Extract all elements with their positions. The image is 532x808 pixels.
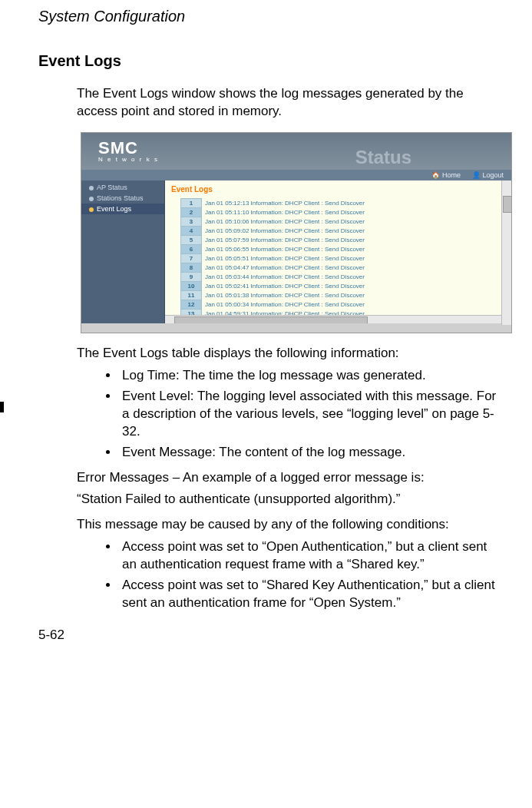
row-msg: Jan 01 05:05:51 Information: DHCP Client… — [202, 253, 368, 263]
sidebar: AP Status Stations Status Event Logs — [81, 180, 165, 323]
row-msg: Jan 01 05:11:10 Information: DHCP Client… — [202, 207, 368, 217]
row-index: 10 — [181, 281, 202, 290]
conditions-list: Access point was set to “Open Authentica… — [38, 538, 501, 612]
row-msg: Jan 01 05:03:44 Information: DHCP Client… — [202, 272, 368, 281]
list-item: Access point was set to “Shared Key Auth… — [119, 577, 501, 612]
row-msg: Jan 01 05:04:47 Information: DHCP Client… — [202, 263, 368, 272]
list-item: Event Message: The content of the log me… — [119, 444, 501, 462]
sidebar-item-event-logs[interactable]: Event Logs — [81, 204, 164, 214]
ap-body: AP Status Stations Status Event Logs Eve… — [81, 180, 511, 323]
sidebar-item-stations-status[interactable]: Stations Status — [81, 193, 164, 204]
change-bar — [0, 402, 4, 412]
panel-title: Event Logs — [165, 180, 511, 197]
table-row: 11Jan 01 05:01:38 Information: DHCP Clie… — [181, 290, 368, 300]
row-msg: Jan 01 05:07:59 Information: DHCP Client… — [202, 235, 368, 244]
screenshot-figure: SMC N e t w o r k s Status 🏠 Home 👤 Logo… — [81, 132, 512, 333]
row-index: 6 — [181, 244, 202, 253]
table-fields-intro: The Event Logs table displays the follow… — [77, 345, 501, 363]
table-row: 1Jan 01 05:12:13 Information: DHCP Clien… — [181, 198, 368, 207]
row-index: 2 — [181, 207, 202, 217]
row-index: 1 — [181, 198, 202, 207]
top-nav-bar: 🏠 Home 👤 Logout — [81, 170, 511, 180]
row-msg: Jan 01 05:06:55 Information: DHCP Client… — [202, 244, 368, 253]
table-row: 5Jan 01 05:07:59 Information: DHCP Clien… — [181, 235, 368, 244]
v-scrollbar-thumb[interactable] — [503, 196, 512, 213]
v-scrollbar[interactable] — [501, 180, 511, 325]
section-title: Event Logs — [38, 52, 501, 70]
row-index: 5 — [181, 235, 202, 244]
sidebar-item-ap-status[interactable]: AP Status — [81, 182, 164, 193]
logo-sub-text: N e t w o r k s — [98, 156, 159, 163]
h-scrollbar-thumb[interactable] — [174, 316, 368, 323]
page-number: 5-62 — [38, 628, 501, 643]
h-scrollbar[interactable] — [165, 315, 502, 323]
row-index: 7 — [181, 253, 202, 263]
list-item: Log Time: The time the log message was g… — [119, 367, 501, 385]
table-row: 10Jan 01 05:02:41 Information: DHCP Clie… — [181, 281, 368, 290]
bullet-icon — [89, 207, 94, 212]
row-msg: Jan 01 05:01:38 Information: DHCP Client… — [202, 290, 368, 300]
table-row: 7Jan 01 05:05:51 Information: DHCP Clien… — [181, 253, 368, 263]
row-msg: Jan 01 05:00:34 Information: DHCP Client… — [202, 300, 368, 309]
bullet-icon — [89, 186, 94, 190]
table-row: 6Jan 01 05:06:55 Information: DHCP Clien… — [181, 244, 368, 253]
table-row: 4Jan 01 05:09:02 Information: DHCP Clien… — [181, 226, 368, 235]
main-panel: Event Logs 1Jan 01 05:12:13 Information:… — [165, 180, 511, 323]
row-msg: Jan 01 05:02:41 Information: DHCP Client… — [202, 281, 368, 290]
header-status-word: Status — [355, 147, 411, 168]
table-row: 3Jan 01 05:10:06 Information: DHCP Clien… — [181, 217, 368, 226]
nav-logout-link[interactable]: 👤 Logout — [472, 171, 504, 179]
intro-paragraph: The Event Logs window shows the log mess… — [77, 85, 501, 121]
table-row: 2Jan 01 05:11:10 Information: DHCP Clien… — [181, 207, 368, 217]
field-list: Log Time: The time the log message was g… — [38, 367, 501, 462]
row-index: 9 — [181, 272, 202, 281]
table-row: 9Jan 01 05:03:44 Information: DHCP Clien… — [181, 272, 368, 281]
conditions-intro: This message may be caused by any of the… — [77, 516, 501, 534]
list-item: Access point was set to “Open Authentica… — [119, 538, 501, 574]
row-index: 4 — [181, 226, 202, 235]
row-index: 3 — [181, 217, 202, 226]
row-msg: Jan 01 05:12:13 Information: DHCP Client… — [202, 198, 368, 207]
smc-logo: SMC N e t w o r k s — [98, 141, 159, 163]
row-index: 8 — [181, 263, 202, 272]
row-index: 11 — [181, 290, 202, 300]
logo-main-text: SMC — [98, 141, 159, 156]
row-msg: Jan 01 05:10:06 Information: DHCP Client… — [202, 217, 368, 226]
ap-header: SMC N e t w o r k s Status 🏠 Home 👤 Logo… — [81, 133, 511, 180]
error-intro: Error Messages – An example of a logged … — [77, 469, 501, 487]
table-row: 8Jan 01 05:04:47 Information: DHCP Clien… — [181, 263, 368, 272]
nav-home-link[interactable]: 🏠 Home — [431, 171, 461, 179]
event-logs-table: 1Jan 01 05:12:13 Information: DHCP Clien… — [180, 198, 368, 319]
row-msg: Jan 01 05:09:02 Information: DHCP Client… — [202, 226, 368, 235]
running-header: System Configuration — [38, 8, 501, 25]
table-row: 12Jan 01 05:00:34 Information: DHCP Clie… — [181, 300, 368, 309]
list-item: Event Level: The logging level associate… — [119, 388, 501, 441]
row-index: 12 — [181, 300, 202, 309]
bullet-icon — [89, 197, 94, 201]
error-example: “Station Failed to authenticate (unsuppo… — [77, 491, 501, 508]
